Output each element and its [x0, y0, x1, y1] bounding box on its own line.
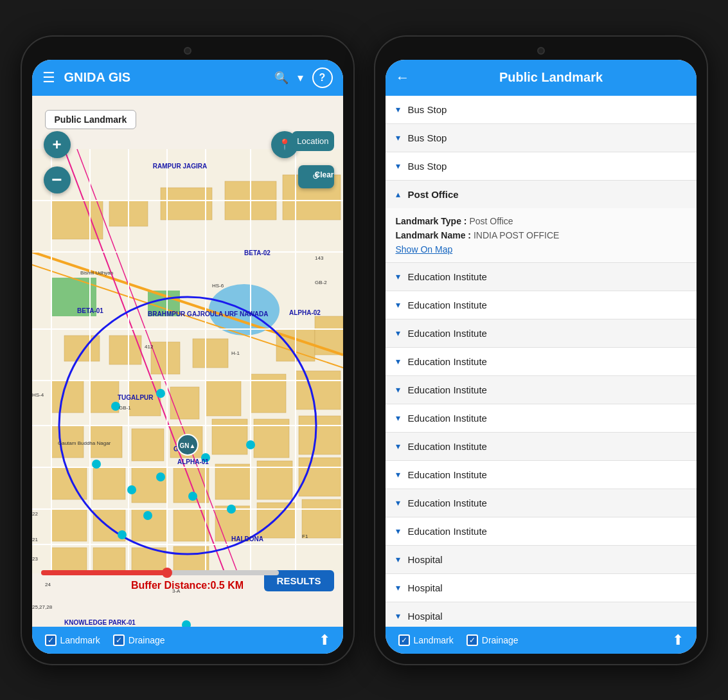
- svg-text:F1: F1: [302, 534, 308, 539]
- location-label[interactable]: Location: [292, 131, 333, 151]
- svg-text:24: 24: [45, 582, 51, 588]
- svg-point-68: [92, 460, 101, 469]
- svg-rect-42: [257, 503, 296, 538]
- landmark-badge: Public Landmark: [45, 110, 137, 129]
- list-item[interactable]: ▾Hospital: [386, 574, 697, 602]
- landmark-checkbox-2[interactable]: ✓: [398, 634, 410, 646]
- phone-1: ☰ GNIDA GIS 🔍 ▾ ?: [21, 35, 355, 665]
- camera-2: [537, 47, 545, 55]
- chevron-icon: ▾: [396, 132, 400, 143]
- buffer-slider[interactable]: [41, 570, 279, 575]
- drainage-checkbox-item[interactable]: ✓ Drainage: [113, 634, 165, 646]
- svg-text:KNOWLEDGE PARK-01: KNOWLEDGE PARK-01: [64, 619, 136, 626]
- chevron-icon: ▾: [396, 611, 400, 621]
- landmark-type-row: Landmark Type : Post Office: [396, 216, 686, 226]
- list-item[interactable]: ▾Hospital: [386, 546, 697, 574]
- show-on-map-link[interactable]: Show On Map: [396, 244, 686, 255]
- list-item[interactable]: ▾Education Institute: [386, 489, 697, 517]
- list-item[interactable]: ▾Bus Stop: [386, 152, 697, 181]
- expand-arrow[interactable]: ⬆: [319, 632, 330, 649]
- clear-button[interactable]: ↺: [298, 165, 334, 188]
- back-button[interactable]: ←: [396, 69, 410, 86]
- list-item[interactable]: ▾Hospital: [386, 602, 697, 627]
- drainage-checkbox-2[interactable]: ✓: [466, 634, 478, 646]
- item-label: Education Institute: [408, 469, 487, 480]
- list-item[interactable]: ▾Education Institute: [386, 433, 697, 461]
- chevron-icon: ▾: [396, 384, 400, 395]
- item-label: Education Institute: [408, 271, 487, 282]
- list-item[interactable]: ▾Education Institute: [386, 376, 697, 404]
- landmark-checkbox-item-2[interactable]: ✓ Landmark: [398, 634, 454, 646]
- svg-rect-47: [173, 546, 209, 573]
- screen-2: ← Public Landmark ▾Bus Stop▾Bus Stop▾Bus…: [386, 60, 697, 654]
- item-label: Hospital: [408, 611, 443, 622]
- item-label: Education Institute: [408, 441, 487, 452]
- list-item[interactable]: ▾Bus Stop: [386, 124, 697, 152]
- svg-text:ALPHA-01: ALPHA-01: [177, 458, 209, 465]
- expand-arrow-2[interactable]: ⬆: [672, 632, 684, 649]
- svg-rect-44: [51, 548, 87, 573]
- svg-text:GB-2: GB-2: [315, 280, 327, 285]
- svg-rect-40: [173, 509, 209, 541]
- svg-point-77: [246, 440, 255, 449]
- chevron-icon: ▾: [396, 582, 400, 593]
- map-svg: RAMPUR JAGIRA BETA-02 143 Bismil Udhyan …: [32, 96, 343, 627]
- zoom-in-button[interactable]: +: [44, 131, 71, 158]
- chevron-icon: ▾: [396, 441, 400, 451]
- chevron-icon: ▾: [396, 104, 400, 114]
- bottom-bar-2: ✓ Landmark ✓ Drainage ⬆: [386, 627, 697, 654]
- buffer-distance-label: Buffer Distance:0.5 KM: [131, 580, 244, 591]
- svg-text:412: 412: [145, 344, 154, 350]
- landmark-list: ▾Bus Stop▾Bus Stop▾Bus Stop▴Post Office …: [386, 96, 697, 627]
- svg-point-74: [143, 511, 152, 520]
- list-item[interactable]: ▾Education Institute: [386, 263, 697, 291]
- list-item[interactable]: ▾Education Institute: [386, 319, 697, 348]
- svg-rect-37: [51, 509, 87, 541]
- list-header-title: Public Landmark: [416, 70, 686, 85]
- item-label: Education Institute: [408, 498, 487, 508]
- expanded-label: Post Office: [408, 189, 459, 200]
- svg-rect-45: [93, 548, 125, 573]
- map-area[interactable]: RAMPUR JAGIRA BETA-02 143 Bismil Udhyan …: [32, 96, 343, 627]
- landmark-checkbox[interactable]: ✓: [45, 634, 57, 646]
- menu-icon[interactable]: ☰: [42, 69, 55, 86]
- chevron-icon: ▾: [396, 300, 400, 310]
- svg-rect-2: [51, 201, 103, 239]
- item-label: Education Institute: [408, 328, 487, 339]
- item-label: Education Institute: [408, 413, 487, 424]
- landmark-name-label: Landmark Name :: [396, 230, 471, 240]
- chevron-icon: ▾: [396, 526, 400, 536]
- chevron-icon: ▾: [396, 328, 400, 338]
- list-item[interactable]: ▾Education Institute: [386, 291, 697, 319]
- svg-rect-22: [296, 371, 341, 409]
- landmark-name-row: Landmark Name : INDIA POST OFFICE: [396, 230, 686, 240]
- svg-rect-19: [170, 387, 199, 419]
- svg-text:Bismil Udhyan: Bismil Udhyan: [80, 270, 113, 276]
- drainage-checkbox[interactable]: ✓: [113, 634, 125, 646]
- list-item[interactable]: ▾Education Institute: [386, 404, 697, 433]
- svg-text:BETA-01: BETA-01: [77, 307, 103, 314]
- list-item[interactable]: ▾Education Institute: [386, 348, 697, 376]
- svg-rect-10: [64, 336, 100, 361]
- expanded-item[interactable]: ▴Post Office: [386, 181, 697, 208]
- zoom-out-button[interactable]: −: [44, 166, 71, 193]
- svg-text:ALPHA-02: ALPHA-02: [289, 309, 321, 316]
- list-item[interactable]: ▾Education Institute: [386, 517, 697, 546]
- svg-text:21: 21: [32, 537, 38, 543]
- landmark-checkbox-item[interactable]: ✓ Landmark: [45, 634, 100, 646]
- chevron-up-icon: ▴: [396, 189, 400, 199]
- svg-rect-29: [299, 416, 341, 454]
- chevron-icon: ▾: [396, 469, 400, 480]
- drainage-label: Drainage: [129, 635, 165, 645]
- help-button[interactable]: ?: [312, 67, 333, 88]
- dropdown-icon[interactable]: ▾: [297, 71, 303, 85]
- svg-text:25,27,28: 25,27,28: [32, 604, 53, 610]
- svg-text:TUGALPUR: TUGALPUR: [118, 394, 154, 401]
- drainage-checkbox-item-2[interactable]: ✓ Drainage: [466, 634, 519, 646]
- svg-rect-25: [132, 429, 164, 461]
- landmark-label: Landmark: [60, 635, 100, 645]
- search-icon[interactable]: 🔍: [274, 71, 289, 85]
- list-item[interactable]: ▾Education Institute: [386, 461, 697, 489]
- list-item[interactable]: ▾Bus Stop: [386, 96, 697, 124]
- svg-rect-20: [206, 381, 241, 416]
